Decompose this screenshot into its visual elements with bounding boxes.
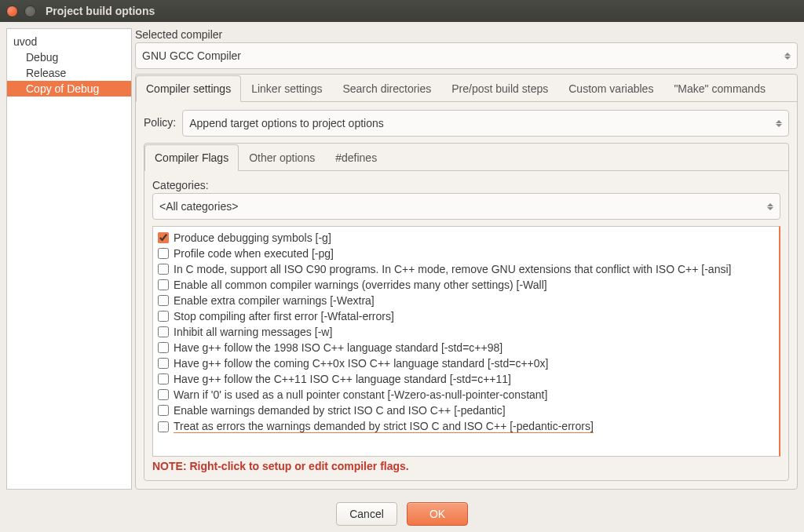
flag-checkbox[interactable]: [158, 389, 169, 400]
tab-custom-variables[interactable]: Custom variables: [558, 75, 663, 102]
flag-checkbox[interactable]: [158, 405, 169, 416]
tab-pre-post-build[interactable]: Pre/post build steps: [441, 75, 558, 102]
flag-label: In C mode, support all ISO C90 programs.…: [174, 263, 731, 275]
tab-defines[interactable]: #defines: [325, 144, 387, 171]
flag-label: Warn if '0' is used as a null pointer co…: [174, 388, 547, 401]
compiler-combo[interactable]: GNU GCC Compiler: [135, 42, 798, 69]
dialog-content: uvod Debug Release Copy of Debug Selecte…: [0, 22, 804, 496]
policy-combo[interactable]: Append target options to project options: [182, 110, 789, 137]
flag-label: Have g++ follow the C++11 ISO C++ langua…: [174, 373, 511, 385]
flag-row[interactable]: Have g++ follow the coming C++0x ISO C++…: [158, 355, 774, 371]
titlebar: Project build options: [0, 0, 804, 22]
tab-linker-settings[interactable]: Linker settings: [241, 75, 332, 102]
compiler-flag-list[interactable]: Produce debugging symbols [-g]Profile co…: [152, 226, 780, 457]
minimize-icon[interactable]: [24, 5, 36, 17]
flag-label: Enable all common compiler warnings (ove…: [174, 279, 547, 291]
flag-row[interactable]: Stop compiling after first error [-Wfata…: [158, 308, 774, 324]
flag-checkbox[interactable]: [158, 326, 169, 337]
settings-panel: Selected compiler GNU GCC Compiler Compi…: [135, 28, 798, 490]
flag-label: Produce debugging symbols [-g]: [174, 231, 331, 244]
outer-tab-strip: Compiler settings Linker settings Search…: [136, 75, 797, 102]
policy-label: Policy:: [144, 116, 176, 129]
tree-item-copy-of-debug[interactable]: Copy of Debug: [7, 81, 131, 97]
tab-make-commands[interactable]: "Make" commands: [663, 75, 776, 102]
flag-row[interactable]: Enable extra compiler warnings [-Wextra]: [158, 293, 774, 308]
flag-checkbox[interactable]: [158, 342, 169, 353]
tree-item-debug[interactable]: Debug: [7, 49, 131, 65]
flag-label: Have g++ follow the 1998 ISO C++ languag…: [174, 341, 502, 354]
inner-tab-strip: Compiler Flags Other options #defines: [144, 144, 788, 171]
tab-other-options[interactable]: Other options: [239, 144, 325, 171]
tree-item-root[interactable]: uvod: [7, 34, 131, 49]
flag-checkbox[interactable]: [158, 421, 169, 432]
project-tree: uvod Debug Release Copy of Debug: [6, 28, 132, 490]
flag-checkbox[interactable]: [158, 279, 169, 290]
flag-row[interactable]: Have g++ follow the 1998 ISO C++ languag…: [158, 340, 774, 355]
policy-combo-value: Append target options to project options: [189, 117, 384, 129]
flag-label: Inhibit all warning messages [-w]: [174, 326, 332, 338]
flag-checkbox[interactable]: [158, 373, 169, 384]
flag-checkbox[interactable]: [158, 311, 169, 322]
flag-label: Profile code when executed [-pg]: [174, 247, 334, 260]
flag-checkbox[interactable]: [158, 295, 169, 306]
flag-checkbox[interactable]: [158, 358, 169, 369]
ok-button[interactable]: OK: [407, 502, 468, 526]
footnote: NOTE: Right-click to setup or edit compi…: [152, 460, 780, 472]
flag-row[interactable]: Inhibit all warning messages [-w]: [158, 324, 774, 340]
compiler-flags-body: Categories: <All categories> Produce deb…: [144, 171, 788, 480]
categories-combo[interactable]: <All categories>: [152, 193, 780, 220]
flag-checkbox[interactable]: [158, 232, 169, 243]
flag-label: Stop compiling after first error [-Wfata…: [174, 310, 394, 322]
flag-label: Enable extra compiler warnings [-Wextra]: [174, 294, 375, 307]
inner-notebook: Compiler Flags Other options #defines Ca…: [144, 143, 789, 481]
cancel-button[interactable]: Cancel: [336, 502, 397, 526]
flag-row[interactable]: Enable warnings demanded by strict ISO C…: [158, 403, 774, 418]
flag-row[interactable]: Warn if '0' is used as a null pointer co…: [158, 387, 774, 403]
flag-label: Treat as errors the warnings demanded by…: [174, 420, 594, 433]
flag-row[interactable]: In C mode, support all ISO C90 programs.…: [158, 261, 774, 277]
chevron-updown-icon: [776, 120, 782, 127]
selected-compiler-block: Selected compiler GNU GCC Compiler: [135, 28, 798, 69]
flag-row[interactable]: Have g++ follow the C++11 ISO C++ langua…: [158, 371, 774, 387]
dialog-footer: Cancel OK: [0, 496, 804, 532]
chevron-updown-icon: [767, 203, 773, 210]
outer-notebook: Compiler settings Linker settings Search…: [135, 74, 798, 490]
policy-row: Policy: Append target options to project…: [144, 110, 789, 137]
selected-compiler-label: Selected compiler: [135, 28, 798, 41]
flag-row[interactable]: Enable all common compiler warnings (ove…: [158, 277, 774, 293]
tab-compiler-flags[interactable]: Compiler Flags: [144, 144, 239, 171]
compiler-settings-body: Policy: Append target options to project…: [136, 102, 797, 489]
tree-item-release[interactable]: Release: [7, 65, 131, 81]
close-icon[interactable]: [6, 5, 18, 17]
tab-compiler-settings[interactable]: Compiler settings: [136, 75, 241, 102]
tab-search-directories[interactable]: Search directories: [332, 75, 441, 102]
flag-label: Enable warnings demanded by strict ISO C…: [174, 404, 506, 417]
compiler-combo-value: GNU GCC Compiler: [142, 49, 241, 62]
chevron-updown-icon: [784, 53, 791, 60]
flag-row[interactable]: Profile code when executed [-pg]: [158, 246, 774, 261]
flag-checkbox[interactable]: [158, 248, 169, 259]
flag-row[interactable]: Treat as errors the warnings demanded by…: [158, 418, 774, 435]
categories-combo-value: <All categories>: [159, 200, 238, 213]
flag-label: Have g++ follow the coming C++0x ISO C++…: [174, 357, 548, 370]
categories-label: Categories:: [152, 179, 780, 191]
window-title: Project build options: [46, 5, 155, 17]
flag-checkbox[interactable]: [158, 264, 169, 275]
flag-row[interactable]: Produce debugging symbols [-g]: [158, 230, 774, 246]
